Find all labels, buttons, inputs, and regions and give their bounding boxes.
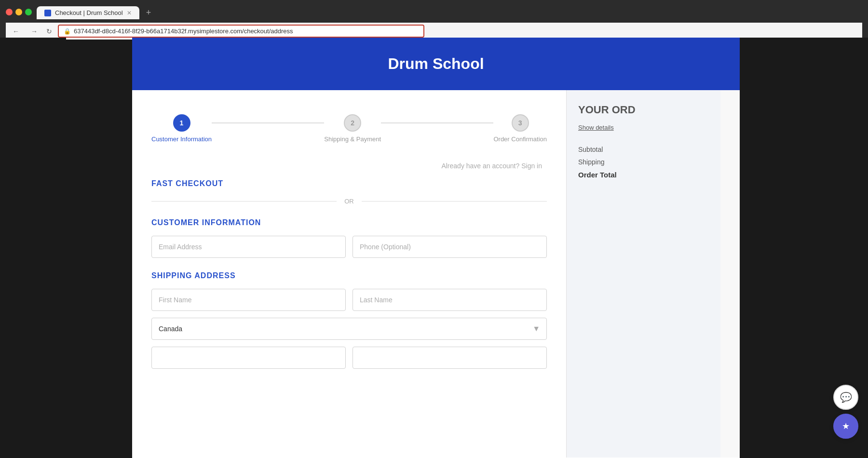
step-1: 1 Customer Information [151,114,212,143]
subtotal-row: Subtotal [578,146,709,153]
traffic-lights [6,9,32,15]
step-2-circle: 2 [344,114,361,132]
step-connector-2 [381,122,493,123]
step-3-label: Order Confirmation [493,135,547,143]
country-select-wrapper: Canada United States United Kingdom Aust… [151,318,547,340]
step-2: 2 Shipping & Payment [324,114,381,143]
order-summary-sidebar: YOUR ORD Show details Subtotal Shipping … [566,90,720,458]
tab-title: Checkout | Drum School [55,9,123,16]
checkout-stepper: 1 Customer Information 2 Shipping & Paym… [151,105,547,148]
store-header: Drum School [132,38,740,90]
maximize-window-button[interactable] [25,9,32,15]
store-title: Drum School [132,55,740,73]
or-text: OR [344,198,354,205]
address-bar-row: ← → ↻ 🔒 637443df-d8cd-416f-8f29-b66a1714… [6,23,862,40]
right-black-bar: 💬 ★ [740,38,868,458]
step-1-circle: 1 [173,114,190,132]
customer-info-row [151,236,547,258]
step-2-label: Shipping & Payment [324,135,381,143]
left-black-bar [0,38,66,458]
page-content: Drum School 1 Customer Information [132,38,740,458]
already-have-account-text: Already have an account? [441,162,519,170]
refresh-button[interactable]: ↻ [46,27,52,35]
new-tab-button[interactable]: + [142,6,155,20]
order-summary-title: YOUR ORD [578,104,709,116]
customer-info-heading: CUSTOMER INFORMATION [151,218,547,227]
step-connector-1 [212,122,324,123]
step-1-number: 1 [180,119,184,127]
browser-top-bar: Checkout | Drum School ✕ + [6,4,862,20]
step-3: 3 Order Confirmation [493,114,547,143]
first-name-field[interactable] [151,289,346,311]
step-2-number: 2 [351,119,354,127]
last-name-field[interactable] [353,289,547,311]
shipping-section: SHIPPING ADDRESS Canada United States Un… [151,271,547,369]
show-details-link[interactable]: Show details [578,124,709,131]
customer-info-section: CUSTOMER INFORMATION [151,218,547,258]
url-text: 637443df-d8cd-416f-8f29-b66a1714b32f.mys… [74,27,293,35]
sign-in-link[interactable]: Sign in [521,162,542,170]
shipping-label: Shipping [578,158,605,166]
active-tab[interactable]: Checkout | Drum School ✕ [37,6,139,19]
tab-favicon [44,10,51,16]
tab-bar: Checkout | Drum School ✕ + [37,6,155,20]
close-window-button[interactable] [6,9,13,15]
step-1-label: Customer Information [151,135,212,143]
or-line-right [362,201,547,202]
email-field[interactable] [151,236,346,258]
chat-widget-button-1[interactable]: 💬 [833,385,858,410]
phone-field[interactable] [353,236,547,258]
address-row [151,347,547,369]
browser-chrome: Checkout | Drum School ✕ + ← → ↻ 🔒 63744… [0,0,868,38]
address-bar[interactable]: 🔒 637443df-d8cd-416f-8f29-b66a1714b32f.m… [58,25,424,38]
fast-checkout-section: FAST CHECKOUT [151,179,547,188]
main-wrapper: 1 Customer Information 2 Shipping & Paym… [132,90,740,458]
chat-widget-button-2[interactable]: ★ [833,414,858,439]
lock-icon: 🔒 [64,28,71,35]
country-select[interactable]: Canada United States United Kingdom Aust… [151,318,547,340]
back-button[interactable]: ← [10,27,22,36]
step-3-number: 3 [518,119,522,127]
order-total-label: Order Total [578,171,617,179]
subtotal-label: Subtotal [578,146,603,153]
minimize-window-button[interactable] [15,9,22,15]
or-line-left [151,201,337,202]
address-field-1[interactable] [151,347,346,369]
tab-close-button[interactable]: ✕ [127,10,132,16]
forward-button[interactable]: → [28,27,41,36]
shipping-heading: SHIPPING ADDRESS [151,271,547,280]
address-field-2[interactable] [353,347,547,369]
sign-in-row: Already have an account? Sign in [151,162,547,170]
name-row [151,289,547,311]
order-total-row: Order Total [578,171,709,179]
shipping-row: Shipping [578,158,709,166]
fast-checkout-heading: FAST CHECKOUT [151,179,547,188]
or-divider: OR [151,198,547,205]
step-3-circle: 3 [512,114,529,132]
checkout-form-area: 1 Customer Information 2 Shipping & Paym… [132,90,566,458]
